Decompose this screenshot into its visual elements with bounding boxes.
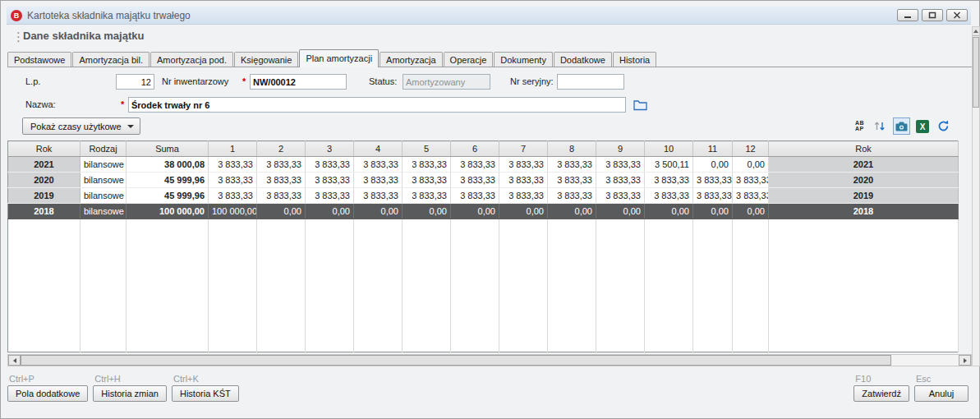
cell-month-11: 3 833,33 xyxy=(693,173,733,188)
cell-month-8: 0,00 xyxy=(548,204,596,219)
app-logo-icon: B xyxy=(11,10,22,21)
minimize-icon xyxy=(904,12,912,19)
tab-podstawowe[interactable]: Podstawowe xyxy=(7,52,71,67)
horizontal-scrollbar[interactable] xyxy=(7,354,972,366)
pola-dodatkowe-button[interactable]: Pola dodatkowe xyxy=(7,385,88,402)
column-header: 2 xyxy=(257,141,306,157)
table-row-2018[interactable]: 2018bilansowe100 000,00100 000,000,000,0… xyxy=(8,204,959,219)
column-header: Rodzaj xyxy=(81,141,127,157)
camera-preview-icon[interactable] xyxy=(893,117,910,135)
close-button[interactable] xyxy=(946,9,968,21)
column-header: 6 xyxy=(451,141,499,157)
cell-month-12: 0,00 xyxy=(733,204,769,219)
column-header: Rok xyxy=(8,141,81,157)
shortcut-label: Esc xyxy=(914,374,931,385)
lp-input[interactable] xyxy=(116,74,154,90)
table-row-2019[interactable]: 2019bilansowe45 999,963 833,333 833,333 … xyxy=(8,188,959,204)
abap-columns-icon[interactable]: ABAP xyxy=(855,120,864,131)
tab-księgowanie[interactable]: Księgowanie xyxy=(234,52,298,67)
cell-month-1: 3 833,33 xyxy=(209,188,257,204)
tab-strip: PodstawoweAmortyzacja bil.Amortyzacja po… xyxy=(7,49,972,67)
tab-dokumenty[interactable]: Dokumenty xyxy=(494,52,553,67)
column-header: 7 xyxy=(499,141,548,157)
cell-month-8: 3 833,33 xyxy=(548,188,596,204)
tab-amortyzacja[interactable]: Amortyzacja xyxy=(380,52,443,67)
shortcut-label: Ctrl+H xyxy=(93,374,120,385)
required-asterisk: * xyxy=(242,74,246,90)
sort-arrows-icon[interactable] xyxy=(873,120,886,132)
show-useful-life-button[interactable]: Pokaż czasy użytkowe xyxy=(22,117,140,135)
maximize-button[interactable] xyxy=(922,9,943,21)
cell-month-10: 0,00 xyxy=(645,204,693,219)
cell-month-10: 3 833,33 xyxy=(645,188,693,204)
page-title: Dane składnika majątku xyxy=(23,30,144,42)
tab-operacje[interactable]: Operacje xyxy=(444,52,494,67)
table-header-row: RokRodzajSuma123456789101112Rok xyxy=(8,141,959,157)
cell-month-9: 0,00 xyxy=(596,204,645,219)
cell-total: 45 999,96 xyxy=(127,188,209,204)
panel-grip-icon[interactable]: ⋮ xyxy=(12,30,16,44)
cell-month-1: 100 000,00 xyxy=(209,204,257,219)
camera-icon xyxy=(895,122,908,131)
column-header: Suma xyxy=(127,141,209,157)
cell-year: 2019 xyxy=(8,188,81,204)
lp-label: L.p. xyxy=(25,74,40,90)
cell-type: bilansowe xyxy=(81,204,127,219)
table-empty-area xyxy=(8,219,959,352)
tab-historia[interactable]: Historia xyxy=(613,52,656,67)
cell-month-9: 3 833,33 xyxy=(596,173,645,188)
historia-zmian-button[interactable]: Historia zmian xyxy=(93,385,167,402)
cell-month-10: 3 500,11 xyxy=(645,157,693,173)
scroll-right-button[interactable] xyxy=(959,355,971,366)
status-label: Status: xyxy=(369,74,397,90)
historia-kśt-button[interactable]: Historia KŚT xyxy=(172,385,239,402)
scroll-left-button[interactable] xyxy=(8,355,21,366)
inventory-number-input[interactable] xyxy=(250,74,347,90)
cell-month-8: 3 833,33 xyxy=(548,157,596,173)
tab-amortyzacja-pod[interactable]: Amortyzacja pod. xyxy=(150,52,233,67)
column-header: 1 xyxy=(209,141,257,157)
cell-month-1: 3 833,33 xyxy=(209,173,257,188)
anuluj-button[interactable]: Anuluj xyxy=(914,385,968,402)
cell-year: 2018 xyxy=(8,204,81,219)
v-scroll-thumb[interactable] xyxy=(973,37,979,108)
vertical-scrollbar[interactable] xyxy=(972,26,980,366)
required-asterisk: * xyxy=(121,97,124,113)
scroll-up-button[interactable] xyxy=(973,27,979,36)
cell-type: bilansowe xyxy=(81,188,127,204)
refresh-icon[interactable] xyxy=(936,119,950,133)
cell-month-6: 3 833,33 xyxy=(451,157,499,173)
cell-month-9: 3 833,33 xyxy=(596,188,645,204)
zatwierdź-button[interactable]: Zatwierdź xyxy=(853,385,909,402)
cell-year-right: 2019 xyxy=(769,188,959,204)
h-scroll-thumb[interactable] xyxy=(21,355,891,366)
status-input xyxy=(403,74,490,90)
cell-month-2: 3 833,33 xyxy=(257,188,306,204)
cell-year-right: 2021 xyxy=(769,157,959,173)
name-input[interactable] xyxy=(128,97,626,113)
shortcut-label: F10 xyxy=(853,374,871,385)
amortization-table: RokRodzajSuma123456789101112Rok2021bilan… xyxy=(7,140,959,352)
cell-month-6: 3 833,33 xyxy=(451,188,499,204)
folder-icon[interactable] xyxy=(633,99,647,111)
minimize-button[interactable] xyxy=(897,9,918,21)
cell-total: 45 999,96 xyxy=(127,173,209,188)
cell-month-6: 0,00 xyxy=(451,204,499,219)
window-title: Kartoteka składnika majątku trwałego xyxy=(27,10,191,21)
cell-month-3: 3 833,33 xyxy=(306,157,354,173)
serial-input[interactable] xyxy=(557,74,624,90)
cell-month-5: 3 833,33 xyxy=(403,173,451,188)
tab-plan-amortyzacji[interactable]: Plan amortyzacji xyxy=(299,49,379,67)
cell-month-5: 3 833,33 xyxy=(403,157,451,173)
tab-dodatkowe[interactable]: Dodatkowe xyxy=(554,52,612,67)
column-header: 4 xyxy=(354,141,403,157)
footer-left: Ctrl+PPola dodatkoweCtrl+HHistoria zmian… xyxy=(7,374,239,402)
excel-export-icon[interactable]: X xyxy=(916,120,929,133)
tab-amortyzacja-bil[interactable]: Amortyzacja bil. xyxy=(72,52,150,67)
cell-month-11: 0,00 xyxy=(693,157,733,173)
window: B Kartoteka składnika majątku trwałego ⋮… xyxy=(0,0,980,419)
close-icon xyxy=(953,12,961,19)
table-row-2021[interactable]: 2021bilansowe38 000,083 833,333 833,333 … xyxy=(8,157,959,173)
table-row-2020[interactable]: 2020bilansowe45 999,963 833,333 833,333 … xyxy=(8,173,959,188)
shortcut-label: Ctrl+K xyxy=(172,374,199,385)
